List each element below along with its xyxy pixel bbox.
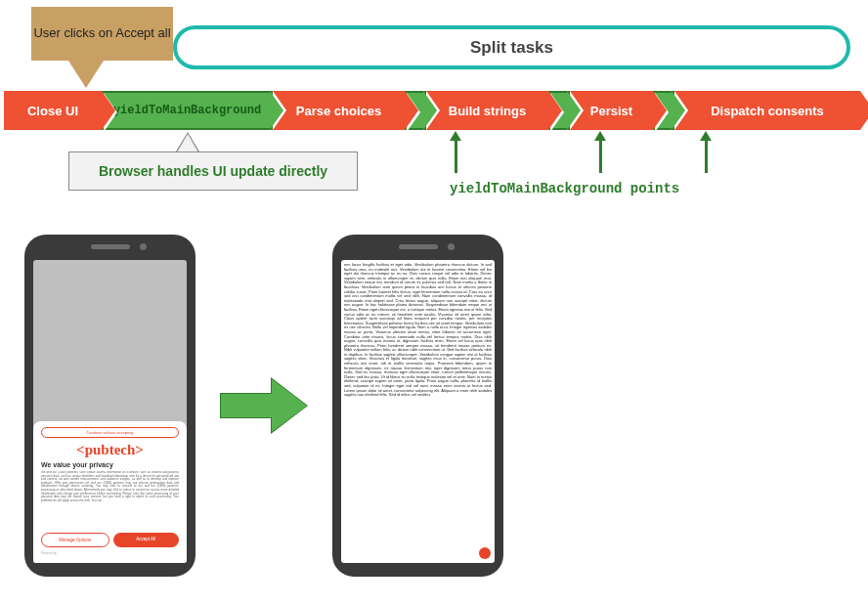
phone-before-screen: Continue without accepting <pubtech> We …	[33, 260, 187, 563]
browser-hint-box: Browser handles UI update directly	[68, 151, 358, 191]
task-build-label: Build strings	[449, 104, 526, 118]
task-chevron-bar: Close UI yieldToMainBackground Parse cho…	[4, 91, 860, 130]
floating-action-button[interactable]	[479, 547, 491, 559]
cmp-title: We value your privacy	[41, 461, 179, 468]
phones-row: Continue without accepting <pubtech> We …	[24, 235, 503, 577]
yield-points-label: yieldToMainBackground points	[450, 181, 679, 196]
task-dispatch-label: Dispatch consents	[711, 104, 824, 118]
manage-options-button[interactable]: Manage Options	[41, 533, 109, 547]
task-parse-choices: Parse choices	[273, 91, 405, 130]
phone-after-screen: nec lacus fringilla facilisis et eget od…	[341, 260, 495, 563]
phone-speaker	[91, 244, 130, 249]
task-yield-main-bg: yieldToMainBackground	[102, 91, 273, 130]
powered-by-label: Powered by	[41, 551, 179, 555]
phone-camera-dot	[448, 243, 455, 250]
continue-without-accepting[interactable]: Continue without accepting	[41, 427, 179, 438]
browser-hint-text: Browser handles UI update directly	[99, 163, 327, 179]
task-close-ui: Close UI	[4, 91, 102, 130]
task-parse-label: Parse choices	[296, 104, 381, 118]
phone-after: nec lacus fringilla facilisis et eget od…	[332, 235, 503, 577]
transition-arrow	[220, 381, 308, 430]
callout-text: User clicks on Accept all	[33, 25, 170, 42]
task-yield-main-bg-label: yieldToMainBackground	[113, 104, 261, 117]
task-persist-label: Persist	[590, 104, 632, 118]
task-persist: Persist	[570, 91, 653, 130]
yield-arrow-2	[599, 140, 602, 173]
split-tasks-pill: Split tasks	[173, 25, 850, 69]
phone-speaker	[399, 244, 438, 249]
yield-arrow-3	[705, 140, 708, 173]
task-build-strings: Build strings	[426, 91, 548, 130]
pubtech-logo: <pubtech>	[41, 442, 179, 458]
hint-tail	[177, 134, 198, 152]
consent-dialog: Continue without accepting <pubtech> We …	[33, 421, 187, 563]
accept-all-button[interactable]: Accept All	[113, 533, 180, 547]
cmp-body-text: We and our (1389) partners store and/or …	[41, 471, 179, 528]
lorem-content: nec lacus fringilla facilisis et eget od…	[344, 262, 492, 397]
phone-camera-dot	[140, 243, 147, 250]
task-dispatch-consents: Dispatch consents	[674, 91, 860, 130]
task-close-ui-label: Close UI	[27, 104, 78, 118]
arrow-stem	[220, 393, 273, 418]
user-click-callout: User clicks on Accept all	[31, 7, 173, 61]
cmp-buttons: Manage Options Accept All	[41, 533, 179, 547]
callout-tail	[68, 61, 104, 88]
yield-arrow-1	[455, 140, 457, 173]
split-tasks-label: Split tasks	[470, 38, 553, 58]
arrow-head	[272, 379, 307, 432]
phone-before: Continue without accepting <pubtech> We …	[24, 235, 195, 577]
